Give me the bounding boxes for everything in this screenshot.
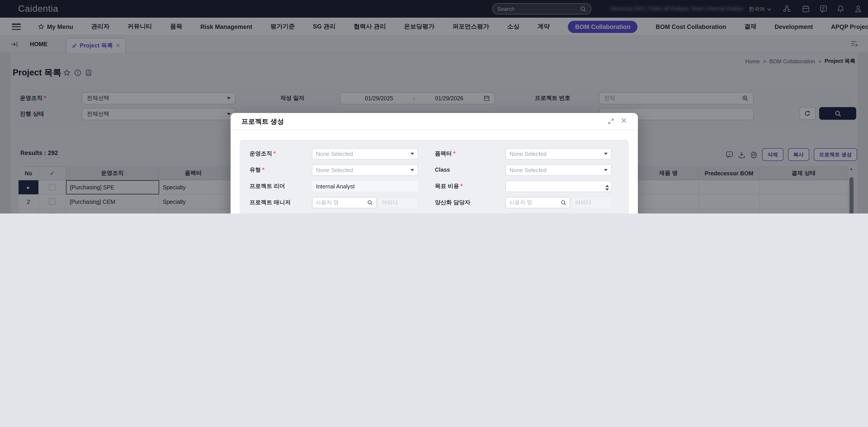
search-icon[interactable]	[367, 200, 373, 206]
field-label: 운영조직*	[250, 148, 276, 160]
modal-form-row: 프로젝트 리더Internal Analyst목표 비용*	[240, 181, 629, 192]
close-icon[interactable]: ✕	[621, 116, 627, 126]
modal-user-picker: 사용자 명아이디	[312, 213, 418, 214]
modal-form-row: 품질 담당자사용자 명아이디디자인/테스트 담당자사용자 명아이디	[240, 213, 629, 214]
user-id-input: 아이디	[378, 197, 418, 208]
field-label: 프로젝트 리더	[250, 181, 285, 192]
user-id-input: 아이디	[571, 197, 612, 208]
chevron-down-icon	[604, 169, 608, 171]
create-project-modal: 프로젝트 생성 ✕ 운영조직*None Selected폼팩터*None Sel…	[230, 113, 638, 214]
modal-form-row: 유형*None SelectedClassNone Selected	[240, 164, 629, 176]
user-name-input[interactable]: 사용자 명	[505, 197, 570, 208]
user-id-input: 아이디	[571, 213, 612, 214]
modal-select[interactable]: None Selected	[312, 148, 418, 160]
modal-form-row: 프로젝트 매니저사용자 명아이디양산화 담당자사용자 명아이디	[240, 197, 629, 208]
field-label: Class	[435, 164, 450, 176]
modal-user-picker: 사용자 명아이디	[505, 213, 612, 214]
search-icon[interactable]	[561, 200, 566, 206]
field-label: 양산화 담당자	[435, 197, 470, 208]
chevron-down-icon	[604, 153, 608, 155]
user-name-input[interactable]: 사용자 명	[505, 213, 570, 214]
modal-readonly-field: Internal Analyst	[312, 181, 418, 192]
modal-select[interactable]: None Selected	[505, 148, 612, 160]
chevron-down-icon	[410, 169, 414, 171]
field-label: 폼팩터*	[435, 148, 456, 160]
user-name-input[interactable]: 사용자 명	[312, 213, 377, 214]
modal-select[interactable]: None Selected	[312, 164, 418, 176]
modal-form-row: 운영조직*None Selected폼팩터*None Selected	[240, 148, 629, 160]
user-name-input[interactable]: 사용자 명	[312, 197, 377, 208]
expand-icon[interactable]	[608, 118, 614, 125]
field-label: 유형*	[250, 164, 265, 176]
app-root: Caidentia Search Samsung XXX | Trade-off…	[0, 0, 868, 214]
modal-user-picker: 사용자 명아이디	[505, 197, 612, 208]
modal-number-input[interactable]	[505, 181, 612, 192]
modal-select[interactable]: None Selected	[505, 164, 612, 176]
modal-title: 프로젝트 생성	[241, 118, 284, 126]
chevron-down-icon	[410, 153, 414, 155]
field-label: 프로젝트 매니저	[250, 197, 291, 208]
spin-down-icon[interactable]	[605, 189, 609, 191]
modal-form: 운영조직*None Selected폼팩터*None Selected유형*No…	[240, 140, 629, 214]
field-label: 품질 담당자	[250, 213, 279, 214]
user-id-input: 아이디	[378, 213, 418, 214]
field-label: 목표 비용*	[435, 181, 463, 192]
spin-up-icon[interactable]	[605, 185, 609, 187]
field-label: 디자인/테스트 담당자	[435, 213, 489, 214]
modal-header: 프로젝트 생성 ✕	[230, 113, 638, 130]
modal-user-picker: 사용자 명아이디	[312, 197, 418, 208]
